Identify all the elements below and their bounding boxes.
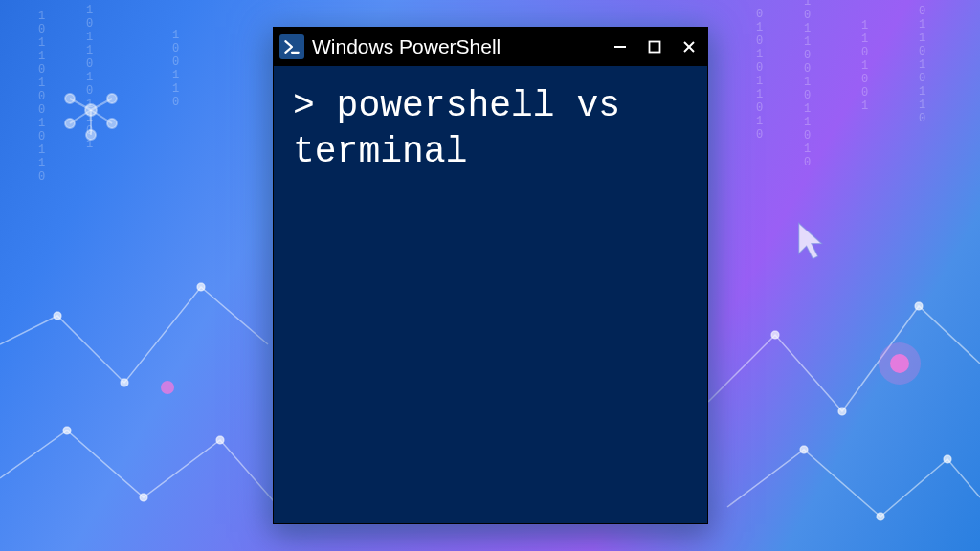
svg-point-2 bbox=[197, 283, 205, 291]
svg-point-20 bbox=[65, 119, 75, 128]
bg-binary-col: 0 1 0 1 1 0 1 0 1 1 0 1 bbox=[86, 0, 95, 151]
terminal-line: > powershell vs terminal bbox=[293, 83, 688, 174]
minimize-icon bbox=[612, 39, 628, 55]
powershell-icon bbox=[279, 34, 304, 59]
bg-binary-col: 1 0 0 1 1 0 bbox=[172, 29, 181, 109]
terminal-body[interactable]: > powershell vs terminal bbox=[274, 66, 707, 523]
maximize-icon bbox=[647, 39, 662, 55]
window-title: Windows PowerShell bbox=[312, 35, 602, 58]
svg-point-8 bbox=[915, 302, 923, 310]
close-icon bbox=[681, 39, 697, 55]
svg-point-25 bbox=[161, 381, 174, 394]
bg-cursor-icon bbox=[796, 220, 827, 262]
bg-binary-col: 0 1 1 0 1 0 1 1 0 bbox=[919, 5, 927, 125]
minimize-button[interactable] bbox=[610, 36, 631, 57]
bg-binary-col: 1 0 1 1 0 1 0 0 1 0 1 1 0 bbox=[38, 10, 47, 184]
bg-binary-col: 0 1 0 1 0 1 1 0 1 0 bbox=[756, 8, 765, 142]
svg-point-0 bbox=[54, 312, 61, 320]
svg-point-4 bbox=[140, 494, 147, 501]
svg-point-6 bbox=[771, 331, 779, 339]
svg-point-21 bbox=[107, 119, 117, 128]
svg-point-10 bbox=[877, 513, 884, 520]
powershell-window: Windows PowerShell > powershell vs termi bbox=[273, 27, 708, 524]
svg-point-23 bbox=[890, 354, 909, 373]
svg-point-11 bbox=[944, 455, 951, 463]
svg-point-19 bbox=[107, 94, 117, 103]
svg-point-5 bbox=[216, 436, 224, 444]
svg-point-18 bbox=[65, 94, 75, 103]
bg-binary-col: 1 0 1 1 0 0 1 0 1 1 0 1 0 bbox=[804, 0, 813, 169]
close-button[interactable] bbox=[679, 36, 700, 57]
svg-point-7 bbox=[838, 408, 846, 415]
svg-point-3 bbox=[63, 427, 71, 434]
maximize-button[interactable] bbox=[644, 36, 665, 57]
svg-point-9 bbox=[800, 446, 808, 453]
bg-binary-col: 1 1 0 1 0 0 1 bbox=[861, 19, 870, 113]
svg-point-24 bbox=[879, 342, 921, 385]
svg-rect-28 bbox=[650, 42, 660, 53]
svg-point-1 bbox=[121, 379, 128, 386]
titlebar[interactable]: Windows PowerShell bbox=[274, 28, 707, 66]
window-controls bbox=[610, 36, 700, 57]
